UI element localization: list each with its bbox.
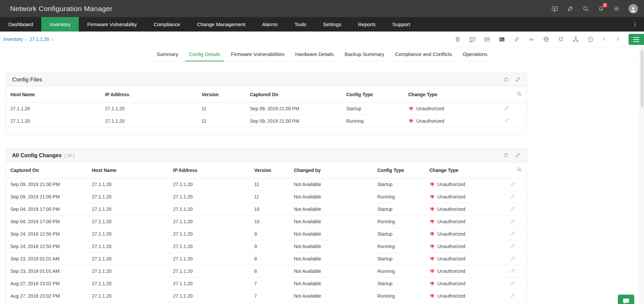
column-header-captured-on[interactable]: Captured On [6,162,89,178]
refresh-icon[interactable] [503,77,509,82]
table-row[interactable]: Aug 27, 2018 23:02 PM27.1.1.2027.1.1.207… [6,278,527,290]
avatar[interactable] [629,4,638,13]
config-files-title: Config Files [12,76,42,83]
table-row[interactable]: Sep 09, 2019 21:00 PM27.1.1.2027.1.1.201… [6,191,527,203]
change-type-label: Unauthorized [437,231,465,237]
cell: 27.1.1.20 [170,228,252,240]
table-row[interactable]: Sep 04, 2019 17:00 PM27.1.1.2027.1.1.201… [6,216,527,228]
table-search-icon[interactable] [508,162,527,178]
tab-summary[interactable]: Summary [153,47,182,61]
column-header-change-type[interactable]: Change Type [406,86,501,103]
gear-icon[interactable] [613,5,620,12]
scrollbar[interactable] [640,47,644,304]
help-icon[interactable]: ? [587,36,594,43]
nav-item-settings[interactable]: Settings [315,17,350,32]
overflow-menu-icon[interactable] [632,21,638,27]
nav-item-support[interactable]: Support [384,17,419,32]
tab-operations[interactable]: Operations [459,47,491,61]
screen-share-icon[interactable] [551,5,558,12]
topology-icon[interactable] [573,36,579,43]
thumbs-down-icon [429,206,435,212]
table-row[interactable]: Sep 23, 2018 01:01 AM27.1.1.2027.1.1.208… [6,253,527,265]
edit-icon[interactable] [508,290,527,302]
id-card-icon[interactable] [484,36,490,43]
column-header-host-name[interactable]: Host Name [6,86,102,103]
svg-text:?: ? [590,38,592,41]
breadcrumb-link-inventory[interactable]: Inventory [3,37,23,42]
nav-item-dashboard[interactable]: Dashboard [0,17,41,32]
edit-icon[interactable] [501,103,527,115]
breadcrumb-bar: Inventory›27.1.1.20› [0,32,644,47]
expand-icon[interactable] [515,77,521,82]
refresh-icon[interactable] [503,153,509,158]
mail-icon[interactable] [469,36,476,43]
column-header-version[interactable]: Version [252,162,291,178]
column-header-config-type[interactable]: Config Type [375,162,427,178]
cell: 9 [252,240,291,253]
search-icon[interactable] [582,5,589,12]
config-files-body: 27.1.1.2027.1.1.2011Sep 09, 2019 21:00 P… [6,103,527,127]
edit-icon[interactable] [508,228,527,240]
table-row[interactable]: 27.1.1.2027.1.1.2011Sep 09, 2019 21:00 P… [6,103,527,115]
menu-button[interactable] [629,34,644,45]
edit-icon[interactable] [508,203,527,216]
link-icon[interactable] [514,36,520,43]
column-header-ip-address[interactable]: IP Address [170,162,252,178]
bell-icon[interactable]: 2 [598,5,604,12]
table-row[interactable]: Sep 24, 2018 12:50 PM27.1.1.2027.1.1.209… [6,228,527,240]
nav-item-alarms[interactable]: Alarms [254,17,286,32]
rocket-icon[interactable] [567,5,574,12]
table-row[interactable]: Aug 27, 2018 23:02 PM27.1.1.2027.1.1.207… [6,290,527,302]
globe-icon[interactable] [543,36,549,43]
table-row[interactable]: Sep 09, 2019 21:00 PM27.1.1.2027.1.1.201… [6,178,527,191]
expand-icon[interactable] [515,153,521,158]
column-header-changed-by[interactable]: Changed by [291,162,375,178]
config-changes-title-text: All Config Changes [12,153,62,159]
cell: Not Available [291,228,375,240]
config-changes-table: Captured OnHost NameIP AddressVersionCha… [6,162,527,302]
edit-icon[interactable] [508,278,527,290]
column-header-host-name[interactable]: Host Name [89,162,170,178]
column-header-version[interactable]: Version [199,86,247,103]
activity-icon[interactable] [528,36,535,43]
edit-icon[interactable] [508,265,527,278]
nav-item-change-management[interactable]: Change Management [189,17,254,32]
column-header-ip-address[interactable]: IP Address [102,86,199,103]
tab-compliance-and-conflicts[interactable]: Compliance and Conflicts [391,47,456,61]
edit-icon[interactable] [508,216,527,228]
table-row[interactable]: Sep 24, 2018 12:50 PM27.1.1.2027.1.1.209… [6,240,527,253]
cell: Sep 23, 2018 01:01 AM [6,265,89,278]
breadcrumb-link-27.1.1.20[interactable]: 27.1.1.20 [30,37,49,42]
tab-firmware-vulnerabilities[interactable]: Firmware Vulnerabilities [227,47,288,61]
cell: 27.1.1.20 [170,240,252,253]
terminal-icon[interactable] [499,36,505,43]
edit-icon[interactable] [508,191,527,203]
edit-icon[interactable] [508,253,527,265]
tab-config-details[interactable]: Config Details [185,47,224,61]
thumbs-down-icon [429,231,435,237]
edit-icon[interactable] [508,240,527,253]
chat-button[interactable] [618,295,634,304]
nav-item-reports[interactable]: Reports [350,17,384,32]
column-header-change-type[interactable]: Change Type [427,162,508,178]
table-search-icon[interactable] [501,86,527,103]
nav-item-inventory[interactable]: Inventory [41,17,79,32]
column-header-config-type[interactable]: Config Type [343,86,406,103]
edit-icon[interactable] [508,178,527,191]
chevron-right-icon[interactable] [615,37,620,42]
column-header-captured-on[interactable]: Captured On [247,86,343,103]
tab-hardware-details[interactable]: Hardware Details [291,47,337,61]
chevron-left-icon[interactable] [602,37,607,42]
scrollbar-thumb[interactable] [641,50,643,107]
nav-item-tools[interactable]: Tools [286,17,315,32]
edit-icon[interactable] [501,115,527,127]
tab-backup-summary[interactable]: Backup Summary [341,47,388,61]
table-row[interactable]: Sep 04, 2019 17:00 PM27.1.1.2027.1.1.201… [6,203,527,216]
trash-icon[interactable] [454,36,461,43]
nav-item-compliance[interactable]: Compliance [145,17,189,32]
cell: 27.1.1.20 [170,278,252,290]
alarm-icon[interactable] [558,36,564,43]
table-row[interactable]: Sep 23, 2018 01:01 AM27.1.1.2027.1.1.208… [6,265,527,278]
table-row[interactable]: 27.1.1.2027.1.1.2011Sep 09, 2019 21:00 P… [6,115,527,127]
nav-item-firmware-vulnerability[interactable]: Firmware Vulnerability [79,17,145,32]
